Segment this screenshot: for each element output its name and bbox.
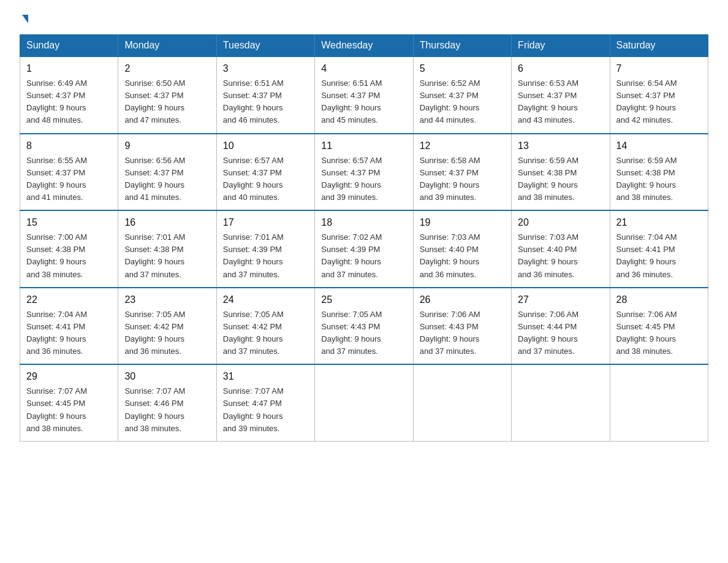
day-info: Sunrise: 7:02 AMSunset: 4:39 PMDaylight:… [321, 231, 406, 281]
calendar-cell [512, 364, 610, 441]
col-header-saturday: Saturday [610, 35, 708, 57]
calendar-header-row: SundayMondayTuesdayWednesdayThursdayFrid… [20, 35, 708, 57]
calendar-cell: 29Sunrise: 7:07 AMSunset: 4:45 PMDayligh… [20, 364, 118, 441]
day-number: 9 [124, 139, 210, 153]
calendar-cell: 14Sunrise: 6:59 AMSunset: 4:38 PMDayligh… [610, 134, 708, 211]
day-info: Sunrise: 7:07 AMSunset: 4:45 PMDaylight:… [26, 385, 112, 435]
calendar-cell: 26Sunrise: 7:06 AMSunset: 4:43 PMDayligh… [413, 288, 511, 365]
day-number: 21 [616, 215, 702, 230]
day-number: 15 [26, 215, 112, 230]
calendar-cell: 12Sunrise: 6:58 AMSunset: 4:37 PMDayligh… [413, 134, 511, 211]
col-header-wednesday: Wednesday [315, 35, 413, 57]
logo-arrow-icon [22, 15, 28, 23]
day-info: Sunrise: 6:57 AMSunset: 4:37 PMDaylight:… [321, 155, 406, 204]
day-info: Sunrise: 6:54 AMSunset: 4:37 PMDaylight:… [616, 77, 702, 127]
day-info: Sunrise: 7:06 AMSunset: 4:44 PMDaylight:… [518, 308, 603, 358]
calendar-cell: 5Sunrise: 6:52 AMSunset: 4:37 PMDaylight… [413, 56, 511, 134]
day-info: Sunrise: 7:03 AMSunset: 4:40 PMDaylight:… [518, 231, 603, 281]
calendar-cell: 30Sunrise: 7:07 AMSunset: 4:46 PMDayligh… [118, 364, 216, 441]
calendar-cell: 21Sunrise: 7:04 AMSunset: 4:41 PMDayligh… [610, 210, 708, 288]
day-info: Sunrise: 7:04 AMSunset: 4:41 PMDaylight:… [26, 308, 112, 358]
day-number: 5 [420, 61, 505, 76]
calendar-cell: 13Sunrise: 6:59 AMSunset: 4:38 PMDayligh… [512, 134, 610, 211]
day-info: Sunrise: 6:56 AMSunset: 4:37 PMDaylight:… [124, 155, 210, 204]
calendar-cell: 27Sunrise: 7:06 AMSunset: 4:44 PMDayligh… [512, 288, 610, 365]
week-row-2: 8Sunrise: 6:55 AMSunset: 4:37 PMDaylight… [20, 134, 708, 211]
day-info: Sunrise: 6:50 AMSunset: 4:37 PMDaylight:… [124, 77, 210, 127]
day-number: 29 [26, 369, 112, 384]
day-number: 13 [518, 139, 603, 153]
day-info: Sunrise: 7:06 AMSunset: 4:45 PMDaylight:… [616, 308, 702, 358]
calendar-cell: 28Sunrise: 7:06 AMSunset: 4:45 PMDayligh… [610, 288, 708, 365]
day-number: 30 [124, 369, 210, 384]
day-info: Sunrise: 7:05 AMSunset: 4:42 PMDaylight:… [124, 308, 210, 358]
calendar-cell: 3Sunrise: 6:51 AMSunset: 4:37 PMDaylight… [216, 56, 314, 134]
day-info: Sunrise: 7:07 AMSunset: 4:47 PMDaylight:… [223, 385, 308, 435]
day-number: 17 [223, 215, 308, 230]
calendar-cell: 1Sunrise: 6:49 AMSunset: 4:37 PMDaylight… [20, 56, 118, 134]
week-row-1: 1Sunrise: 6:49 AMSunset: 4:37 PMDaylight… [20, 56, 708, 134]
calendar-cell: 19Sunrise: 7:03 AMSunset: 4:40 PMDayligh… [413, 210, 511, 288]
calendar-cell [413, 364, 511, 441]
calendar-cell: 22Sunrise: 7:04 AMSunset: 4:41 PMDayligh… [20, 288, 118, 365]
col-header-monday: Monday [118, 35, 216, 57]
calendar-cell: 31Sunrise: 7:07 AMSunset: 4:47 PMDayligh… [216, 364, 314, 441]
day-info: Sunrise: 7:06 AMSunset: 4:43 PMDaylight:… [420, 308, 505, 358]
day-info: Sunrise: 7:00 AMSunset: 4:38 PMDaylight:… [26, 231, 112, 281]
calendar-cell: 11Sunrise: 6:57 AMSunset: 4:37 PMDayligh… [315, 134, 413, 211]
day-number: 14 [616, 139, 702, 153]
day-info: Sunrise: 7:05 AMSunset: 4:43 PMDaylight:… [321, 308, 406, 358]
day-number: 6 [518, 61, 603, 76]
day-number: 4 [321, 61, 406, 76]
day-number: 1 [26, 61, 112, 76]
col-header-tuesday: Tuesday [216, 35, 314, 57]
calendar-cell: 6Sunrise: 6:53 AMSunset: 4:37 PMDaylight… [512, 56, 610, 134]
calendar-cell [315, 364, 413, 441]
col-header-sunday: Sunday [20, 35, 118, 57]
calendar-cell: 4Sunrise: 6:51 AMSunset: 4:37 PMDaylight… [315, 56, 413, 134]
day-number: 22 [26, 293, 112, 307]
day-number: 23 [124, 293, 210, 307]
day-info: Sunrise: 6:58 AMSunset: 4:37 PMDaylight:… [420, 155, 505, 204]
day-number: 20 [518, 215, 603, 230]
calendar-cell: 16Sunrise: 7:01 AMSunset: 4:38 PMDayligh… [118, 210, 216, 288]
day-number: 16 [124, 215, 210, 230]
calendar-cell: 15Sunrise: 7:00 AMSunset: 4:38 PMDayligh… [20, 210, 118, 288]
calendar-cell: 18Sunrise: 7:02 AMSunset: 4:39 PMDayligh… [315, 210, 413, 288]
col-header-thursday: Thursday [413, 35, 511, 57]
calendar-cell: 2Sunrise: 6:50 AMSunset: 4:37 PMDaylight… [118, 56, 216, 134]
calendar-table: SundayMondayTuesdayWednesdayThursdayFrid… [20, 34, 708, 442]
day-info: Sunrise: 7:03 AMSunset: 4:40 PMDaylight:… [420, 231, 505, 281]
calendar-cell: 24Sunrise: 7:05 AMSunset: 4:42 PMDayligh… [216, 288, 314, 365]
week-row-4: 22Sunrise: 7:04 AMSunset: 4:41 PMDayligh… [20, 288, 708, 365]
calendar-cell: 9Sunrise: 6:56 AMSunset: 4:37 PMDaylight… [118, 134, 216, 211]
day-info: Sunrise: 7:04 AMSunset: 4:41 PMDaylight:… [616, 231, 702, 281]
week-row-5: 29Sunrise: 7:07 AMSunset: 4:45 PMDayligh… [20, 364, 708, 441]
day-info: Sunrise: 6:51 AMSunset: 4:37 PMDaylight:… [321, 77, 406, 127]
col-header-friday: Friday [512, 35, 610, 57]
calendar-cell: 17Sunrise: 7:01 AMSunset: 4:39 PMDayligh… [216, 210, 314, 288]
day-info: Sunrise: 7:01 AMSunset: 4:38 PMDaylight:… [124, 231, 210, 281]
day-number: 24 [223, 293, 308, 307]
day-number: 19 [420, 215, 505, 230]
day-number: 8 [26, 139, 112, 153]
day-number: 18 [321, 215, 406, 230]
day-info: Sunrise: 7:05 AMSunset: 4:42 PMDaylight:… [223, 308, 308, 358]
day-info: Sunrise: 6:53 AMSunset: 4:37 PMDaylight:… [518, 77, 603, 127]
day-info: Sunrise: 6:57 AMSunset: 4:37 PMDaylight:… [223, 155, 308, 204]
calendar-cell: 7Sunrise: 6:54 AMSunset: 4:37 PMDaylight… [610, 56, 708, 134]
day-number: 25 [321, 293, 406, 307]
day-info: Sunrise: 6:59 AMSunset: 4:38 PMDaylight:… [616, 155, 702, 204]
day-number: 26 [420, 293, 505, 307]
calendar-cell: 25Sunrise: 7:05 AMSunset: 4:43 PMDayligh… [315, 288, 413, 365]
calendar-cell [610, 364, 708, 441]
day-info: Sunrise: 6:51 AMSunset: 4:37 PMDaylight:… [223, 77, 308, 127]
page-header [20, 15, 708, 23]
day-info: Sunrise: 6:49 AMSunset: 4:37 PMDaylight:… [26, 77, 112, 127]
day-number: 7 [616, 61, 702, 76]
day-number: 11 [321, 139, 406, 153]
day-number: 31 [223, 369, 308, 384]
day-number: 28 [616, 293, 702, 307]
calendar-cell: 23Sunrise: 7:05 AMSunset: 4:42 PMDayligh… [118, 288, 216, 365]
day-info: Sunrise: 7:07 AMSunset: 4:46 PMDaylight:… [124, 385, 210, 435]
